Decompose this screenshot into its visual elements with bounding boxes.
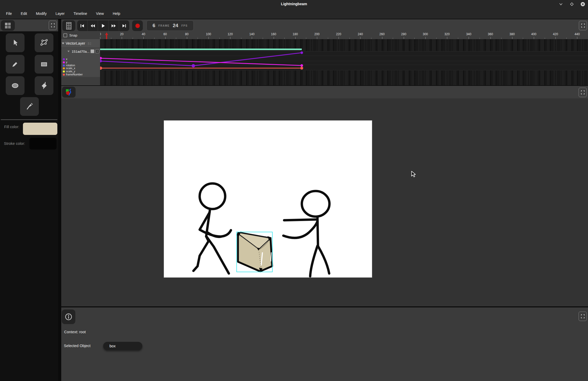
keyframe-frameNumber-0[interactable] [100, 67, 102, 70]
info-panel: Context: root Selected Object box [61, 307, 588, 381]
tool-panel-expand-button[interactable] [49, 21, 57, 30]
ruler-label: 280 [401, 32, 406, 36]
clip-visibility-button[interactable] [90, 49, 94, 53]
ruler-label: 100 [206, 32, 211, 36]
ruler-label: 340 [466, 32, 471, 36]
snap-checkbox[interactable] [63, 33, 67, 37]
pencil-icon [11, 60, 19, 68]
stick-figure-left[interactable] [193, 183, 231, 273]
play-icon [101, 24, 105, 28]
ruler-label: 120 [228, 32, 233, 36]
ruler-label: 180 [293, 32, 298, 36]
eyedropper-tool-button[interactable] [20, 97, 39, 116]
circle-x-icon [580, 2, 585, 7]
ruler-tick [143, 37, 144, 39]
fast-forward-button[interactable] [109, 20, 119, 31]
fill-color-swatch[interactable] [23, 123, 57, 135]
menu-modify[interactable]: Modify [33, 10, 50, 17]
tool-panel-header [0, 19, 58, 31]
animation-curves[interactable] [100, 39, 588, 85]
titlebar: Lightningbeam [0, 0, 588, 8]
cursor-icon [11, 39, 19, 47]
property-row-frameNumber[interactable]: frameNumber [61, 73, 100, 76]
timeline-panel: 6 FRAME 24 FPS 0204060801001201401601802… [61, 19, 588, 85]
pencil-tool-button[interactable] [6, 55, 24, 74]
menu-view[interactable]: View [93, 10, 107, 17]
timeline-expand-button[interactable] [579, 21, 587, 30]
keyframe-frameNumber-186[interactable] [300, 67, 303, 70]
ruler-label: 80 [185, 32, 188, 36]
layer-row-vectorlayer[interactable]: VectorLayer [L] [61, 39, 100, 48]
selected-object-label: Selected Object [64, 344, 90, 348]
property-name: x [66, 57, 67, 61]
collapse-triangle-icon[interactable] [68, 51, 70, 52]
stick-figure-right[interactable] [283, 191, 329, 276]
canvas-expand-button[interactable] [579, 88, 587, 97]
paint-bucket-tool-button[interactable] [35, 76, 53, 95]
fps-value: 24 [173, 23, 178, 28]
stroke-color-label: Stroke color: [4, 141, 25, 146]
rewind-icon [90, 24, 95, 28]
keyframe-y-186[interactable] [301, 64, 303, 67]
timeline-tracks[interactable] [100, 39, 588, 85]
shapes-icon [65, 88, 72, 96]
ruler-tick [577, 37, 577, 39]
info-mode-button[interactable] [62, 309, 75, 324]
ruler-tick [447, 37, 447, 39]
ruler-tick [469, 37, 469, 39]
canvas-mode-button[interactable] [62, 87, 76, 98]
menu-timeline[interactable]: Timeline [70, 10, 90, 17]
ellipse-tool-button[interactable] [6, 76, 24, 95]
maximize-button[interactable] [569, 2, 574, 7]
rectangle-icon [40, 60, 48, 68]
menu-layer[interactable]: Layer [52, 10, 68, 17]
layer-duration-bar[interactable] [100, 49, 302, 50]
stage[interactable] [164, 121, 372, 277]
skip-to-start-button[interactable] [77, 20, 88, 31]
collapse-triangle-icon[interactable] [62, 43, 64, 44]
property-color-dot [63, 64, 65, 67]
ruler-label: 360 [488, 32, 493, 36]
menu-help[interactable]: Help [109, 10, 124, 17]
snap-label: Snap [69, 33, 77, 37]
record-icon [135, 23, 140, 28]
clip-modifier-button[interactable]: ~ [95, 49, 99, 53]
timeline-ruler[interactable]: 0204060801001201401601802002202402602803… [61, 32, 588, 39]
clip-row[interactable]: 151ad70a... ~ [61, 48, 100, 55]
menu-edit[interactable]: Edit [17, 10, 30, 17]
keyframe-x-0[interactable] [100, 60, 102, 62]
playhead[interactable] [105, 32, 108, 39]
diamond-icon [570, 2, 574, 6]
record-button[interactable] [132, 20, 143, 31]
property-name: rotation [66, 64, 75, 67]
keyframe-y-0[interactable] [100, 57, 102, 59]
panel-grid-button[interactable] [1, 20, 15, 31]
timeline-mode-button[interactable] [62, 20, 75, 31]
ruler-tick [252, 37, 252, 39]
node-transform-tool-button[interactable] [35, 33, 53, 52]
curve-y[interactable] [100, 58, 302, 66]
selected-object-field[interactable]: box [103, 342, 142, 350]
ruler-label: 60 [163, 32, 167, 36]
play-button[interactable] [98, 20, 108, 31]
stroke-color-swatch[interactable] [29, 138, 57, 150]
close-button[interactable] [580, 2, 585, 7]
menubar: FileEditModifyLayerTimelineViewHelp [0, 8, 588, 19]
context-label: Context: root [64, 330, 86, 334]
skip-to-end-button[interactable] [119, 20, 129, 31]
rectangle-tool-button[interactable] [35, 55, 53, 74]
keyframe-x-86[interactable] [192, 64, 195, 68]
ruler-label: 20 [120, 32, 124, 36]
minimize-button[interactable] [558, 2, 564, 7]
menu-file[interactable]: File [3, 10, 15, 17]
current-frame-value: 6 [152, 23, 155, 28]
keyframe-x-186[interactable] [301, 51, 303, 54]
ruler-tick [382, 37, 382, 39]
info-panel-expand-button[interactable] [579, 312, 587, 321]
box-object[interactable] [237, 231, 272, 272]
rewind-button[interactable] [88, 20, 98, 31]
property-color-dot [63, 67, 65, 69]
select-tool-button[interactable] [6, 33, 24, 52]
window-title: Lightningbeam [0, 2, 588, 6]
ruler-tick [512, 37, 512, 39]
